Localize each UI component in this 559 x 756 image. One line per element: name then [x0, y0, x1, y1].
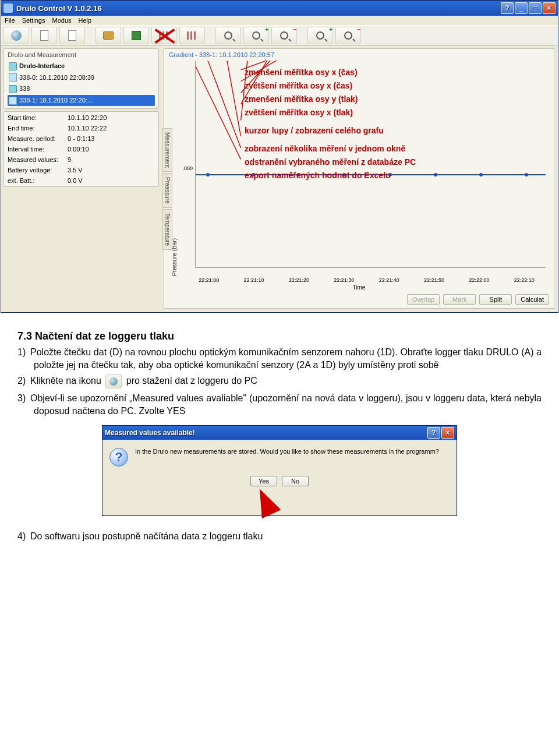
read-logger-icon: [105, 375, 122, 388]
chart-xtick: 22:22:00: [457, 277, 501, 283]
overlap-button[interactable]: Overlap: [407, 294, 440, 305]
tab-pressure[interactable]: Preassure: [162, 173, 172, 208]
zoom-in-y-button[interactable]: +: [243, 27, 269, 44]
menu-modus[interactable]: Modus: [52, 17, 71, 24]
window-close-button[interactable]: ×: [543, 2, 556, 14]
svg-line-6: [201, 61, 241, 148]
tree-panel-title: Drulo and Measurement: [8, 51, 155, 58]
document-icon: [9, 73, 17, 82]
list-item: 2)Klikněte na ikonu pro stažení dat z lo…: [34, 375, 542, 388]
dialog-yes-button[interactable]: Yes: [250, 476, 277, 486]
chart-xtick: 22:21:20: [277, 277, 321, 283]
list-item-text: pro stažení dat z loggeru do PC: [126, 376, 257, 386]
app-body: Drulo and Measurement Drulo-Interface 33…: [1, 46, 558, 312]
dialog-help-button[interactable]: ?: [427, 427, 440, 439]
chart-title: Gradient - 338-1: 10.1.2010 22:20:57: [169, 51, 549, 58]
annotation-line: zvětšení měřítka osy x (čas): [245, 80, 559, 92]
chart-xtick: 22:21:00: [186, 277, 231, 283]
window-maximize-button[interactable]: □: [529, 2, 542, 14]
list-item-text: Klikněte na ikonu: [30, 376, 101, 386]
settings-icon[interactable]: [59, 27, 85, 44]
document-icon: [9, 97, 17, 105]
tree-item[interactable]: 338: [8, 83, 155, 95]
zoom-out-x-button[interactable]: −: [335, 27, 361, 44]
chart-ytick: .000: [180, 61, 195, 276]
menu-settings[interactable]: Settings: [22, 17, 45, 24]
chart-xtick: 22:21:50: [412, 277, 457, 283]
info-value: 9: [68, 156, 155, 163]
tree-root-label: Drulo-Interface: [19, 61, 65, 72]
dialog-no-button[interactable]: No: [282, 476, 309, 486]
overlay-chart-icon[interactable]: [179, 27, 205, 44]
dialog-message: In the Drulo new measurements are stored…: [135, 448, 439, 455]
info-key: Start time:: [8, 114, 63, 121]
annotation-line: zmenšení měřítka osy x (čas): [245, 66, 559, 79]
tree-item-label: 338: [19, 84, 30, 94]
menu-help[interactable]: Help: [79, 17, 92, 24]
logger-icon: [9, 85, 17, 93]
menu-file[interactable]: File: [5, 17, 15, 24]
device-list-icon[interactable]: [31, 27, 57, 44]
interface-icon: [9, 62, 17, 70]
info-value: 0.0 V: [68, 177, 155, 184]
calculate-button[interactable]: Calculat: [515, 294, 549, 305]
app-window: Drulo Control V 1.0.2.16 ? _ □ × File Se…: [1, 0, 558, 313]
zoom-in-x-button[interactable]: +: [307, 27, 333, 44]
left-panel: Drulo and Measurement Drulo-Interface 33…: [1, 46, 161, 312]
tree-panel: Drulo and Measurement Drulo-Interface 33…: [3, 48, 159, 109]
window-help-button[interactable]: ?: [501, 2, 514, 14]
section-heading: 7.3 Načtení dat ze loggeru tlaku: [17, 330, 542, 342]
svg-line-5: [224, 61, 240, 136]
tab-temperature[interactable]: Temperature: [162, 209, 172, 250]
annotation-overlay: zmenšení měřítka osy x (čas) zvětšení mě…: [245, 66, 559, 183]
zoom-tool-button[interactable]: [215, 27, 241, 44]
window-minimize-button[interactable]: _: [515, 2, 528, 14]
chart-xtick: 22:21:30: [321, 277, 366, 283]
toolbar: + − + −: [1, 25, 558, 46]
window-title: Drulo Control V 1.0.2.16: [16, 4, 102, 13]
annotation-arrow-wrap: [102, 492, 457, 515]
tree-item-label: 338-1: 10.1.2010 22:20:...: [19, 96, 93, 106]
info-key: Interval time:: [8, 146, 63, 153]
chart-xaxis-ticks: 22:21:00 22:21:10 22:21:20 22:21:30 22:2…: [169, 276, 549, 283]
split-button[interactable]: Split: [479, 294, 512, 305]
info-value: 10.1.10 22:22: [68, 125, 155, 132]
tree-item[interactable]: 338-0: 10.1.2010 22:08:39: [8, 72, 155, 84]
info-value: 0:00:10: [68, 146, 155, 153]
app-icon: [3, 3, 13, 13]
print-button[interactable]: [95, 27, 121, 44]
info-key: ext. Batt.:: [8, 177, 63, 184]
chart-plot[interactable]: zmenšení měřítka osy x (čas) zvětšení mě…: [195, 61, 546, 268]
right-panel: Gradient - 338-1: 10.1.2010 22:20:57 Pre…: [161, 46, 558, 312]
dialog-close-button[interactable]: ×: [441, 427, 454, 439]
window-control-buttons: ? _ □ ×: [501, 2, 556, 14]
question-icon: ?: [109, 448, 128, 467]
tab-measurement[interactable]: Measurement: [162, 128, 172, 172]
tree-root[interactable]: Drulo-Interface: [8, 61, 155, 72]
chart-area: Pressure (Bar) .000 z: [169, 61, 549, 276]
annotation-line: kurzor lupy / zobrazení celého grafu: [245, 125, 559, 137]
tree-item-selected[interactable]: 338-1: 10.1.2010 22:20:...: [8, 95, 155, 107]
info-value: 10.1.10 22:20: [68, 114, 155, 121]
list-item-text: Do softwaru jsou postupně načítána data …: [30, 531, 263, 541]
info-value: 0 - 0:1:13: [68, 135, 155, 142]
read-logger-button[interactable]: [3, 27, 29, 44]
chart-xtick: 22:21:40: [367, 277, 412, 283]
chart-xlabel: Time: [169, 283, 549, 291]
annotation-line: odstranění vybraného měření z databáze P…: [245, 156, 559, 168]
zoom-out-y-button[interactable]: −: [271, 27, 297, 44]
info-key: Battery voltage:: [8, 167, 63, 174]
info-panel: Start time: 10.1.10 22:20 End time: 10.1…: [3, 111, 159, 187]
document-body: 7.3 Načtení dat ze loggeru tlaku 1)Polož…: [17, 330, 542, 543]
export-excel-button[interactable]: [123, 27, 149, 44]
tree-item-label: 338-0: 10.1.2010 22:08:39: [19, 73, 94, 83]
menubar: File Settings Modus Help: [1, 16, 558, 25]
info-key: End time:: [8, 125, 63, 132]
delete-measurement-button[interactable]: [151, 27, 177, 44]
mark-button[interactable]: Mark: [443, 294, 476, 305]
info-key: Measure. period:: [8, 135, 63, 142]
chart-xtick: 22:22:10: [502, 277, 547, 283]
chart-frame: Gradient - 338-1: 10.1.2010 22:20:57 Pre…: [164, 48, 554, 309]
chart-xtick: 22:21:10: [231, 277, 276, 283]
annotation-line: export naměřených hodnot do Excelu: [245, 169, 559, 182]
